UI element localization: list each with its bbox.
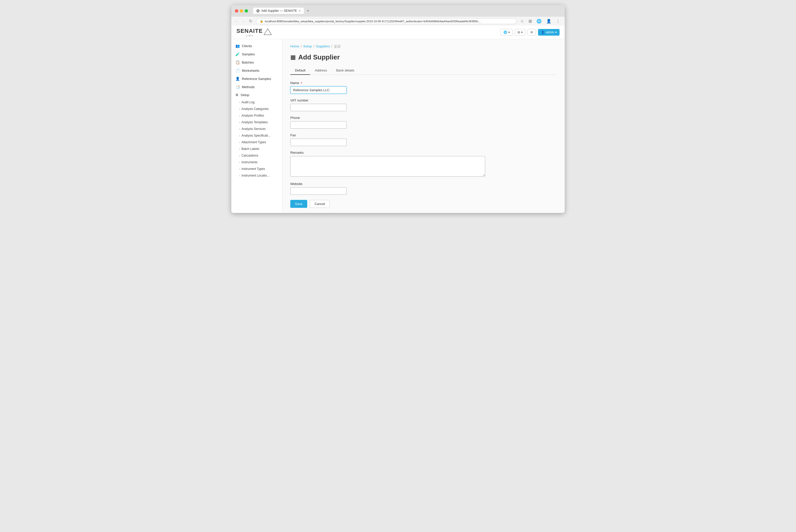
sidebar-item-analysis-services[interactable]: › Analysis Services xyxy=(231,126,282,132)
sidebar-item-instrument-types[interactable]: › Instrument Types xyxy=(231,166,282,172)
svg-marker-0 xyxy=(264,29,272,35)
sidebar-item-reference-samples[interactable]: 👤 Reference Samples xyxy=(231,75,282,83)
sidebar-item-instrument-locations[interactable]: › Instrument Locatio... xyxy=(231,172,282,179)
sidebar-item-batch-labels[interactable]: › Batch Labels xyxy=(231,146,282,152)
phone-label: Phone xyxy=(290,116,557,120)
chevron-icon: › xyxy=(239,127,240,130)
name-input[interactable] xyxy=(290,87,347,94)
maximize-traffic-light[interactable] xyxy=(245,9,248,13)
tab-bank-details[interactable]: Bank details xyxy=(332,66,359,75)
globe-icon: 🌐 xyxy=(503,31,507,34)
sidebar-item-analysis-specifications[interactable]: › Analysis Specificati... xyxy=(231,132,282,139)
chevron-icon: › xyxy=(239,107,240,111)
phone-input[interactable] xyxy=(290,121,347,129)
back-button[interactable]: ‹ xyxy=(235,18,239,24)
browser-titlebar: 🔘 Add Supplier — SENAITE ✕ + xyxy=(231,5,565,16)
breadcrumb-setup[interactable]: Setup xyxy=(303,44,312,48)
minimize-traffic-light[interactable] xyxy=(240,9,243,13)
logo-wordmark: SENAITE LIMS xyxy=(237,28,263,37)
sidebar-item-clients[interactable]: 👥 Clients xyxy=(231,42,282,50)
chevron-icon: › xyxy=(239,114,240,117)
sidebar-item-batches[interactable]: 📋 Batches xyxy=(231,58,282,66)
page-title: ▦ Add Supplier xyxy=(290,53,557,61)
tab-address[interactable]: Address xyxy=(310,66,332,75)
gear-icon: ⚙ xyxy=(530,31,533,34)
admin-chevron: ▾ xyxy=(555,31,557,34)
analysis-services-label: Analysis Services xyxy=(242,127,266,131)
sidebar-item-setup[interactable]: ⚙ Setup xyxy=(231,91,282,99)
security-icon: 🔒 xyxy=(260,19,263,23)
calculations-label: Calculations xyxy=(242,154,258,157)
bookmark-button[interactable]: ☆ xyxy=(519,18,525,24)
audit-log-label: Audit Log xyxy=(242,100,255,104)
remarks-label: Remarks xyxy=(290,151,557,154)
fax-field-group: Fax xyxy=(290,133,557,146)
sidebar-item-analysis-templates[interactable]: › Analysis Templates xyxy=(231,119,282,126)
admin-button[interactable]: 👤 admin ▾ xyxy=(538,29,559,36)
instruments-label: Instruments xyxy=(242,160,258,164)
refresh-button[interactable]: ↻ xyxy=(247,18,254,24)
batches-icon: 📋 xyxy=(236,60,240,64)
tab-bank-details-label: Bank details xyxy=(336,69,354,72)
sidebar-item-samples[interactable]: 🧪 Samples xyxy=(231,50,282,58)
phone-field-group: Phone xyxy=(290,116,557,129)
website-input[interactable] xyxy=(290,187,347,195)
save-button[interactable]: Save xyxy=(290,200,307,208)
name-required: • xyxy=(301,81,302,85)
extension-btn-2[interactable]: 🌐 xyxy=(535,18,543,24)
sidebar-item-methods[interactable]: 📑 Methods xyxy=(231,83,282,91)
clients-label: Clients xyxy=(242,44,252,48)
main-content: Home / Setup / Suppliers / […] ▦ Add Sup… xyxy=(283,39,565,213)
sidebar-submenu: › Audit Log › Analysis Categories › Anal… xyxy=(231,99,282,179)
tab-default-label: Default xyxy=(295,69,306,72)
tab-favicon: 🔘 xyxy=(256,9,260,13)
globe-button[interactable]: 🌐 ▾ xyxy=(501,29,513,36)
breadcrumb-home[interactable]: Home xyxy=(290,44,299,48)
profile-button[interactable]: 👤 xyxy=(545,18,553,24)
sidebar-item-analysis-categories[interactable]: › Analysis Categories xyxy=(231,106,282,112)
fax-input[interactable] xyxy=(290,139,347,146)
active-browser-tab[interactable]: 🔘 Add Supplier — SENAITE ✕ xyxy=(253,8,304,14)
chevron-icon: › xyxy=(239,121,240,124)
grid-icon: ⊞ xyxy=(518,31,520,34)
cancel-button[interactable]: Cancel xyxy=(310,200,330,208)
grid-chevron: ▾ xyxy=(521,31,523,34)
sidebar-item-instruments[interactable]: › Instruments xyxy=(231,159,282,166)
tab-address-label: Address xyxy=(315,69,327,72)
tab-default[interactable]: Default xyxy=(290,66,310,75)
page-title-icon: ▦ xyxy=(290,54,296,61)
logo-text: SENAITE xyxy=(237,28,263,34)
setup-icon: ⚙ xyxy=(236,93,239,97)
reference-samples-icon: 👤 xyxy=(236,77,240,81)
clients-icon: 👥 xyxy=(236,44,240,48)
name-label: Name • xyxy=(290,81,557,85)
vat-input[interactable] xyxy=(290,104,347,111)
remarks-textarea[interactable] xyxy=(290,156,485,176)
header-actions: 🌐 ▾ ⊞ ▾ ⚙ 👤 admin ▾ xyxy=(501,29,559,36)
sidebar-item-calculations[interactable]: › Calculations xyxy=(231,152,282,159)
sidebar-item-analysis-profiles[interactable]: › Analysis Profiles xyxy=(231,112,282,119)
form-actions: Save Cancel xyxy=(290,200,557,208)
samples-icon: 🧪 xyxy=(236,52,240,56)
analysis-categories-label: Analysis Categories xyxy=(242,107,269,111)
new-tab-button[interactable]: + xyxy=(306,8,311,14)
address-bar[interactable]: 🔒 localhost:8080/senaite/bika_setup/bika… xyxy=(256,18,517,24)
close-traffic-light[interactable] xyxy=(235,9,238,13)
grid-button[interactable]: ⊞ ▾ xyxy=(515,29,525,36)
tab-close-btn[interactable]: ✕ xyxy=(298,9,301,13)
chevron-icon: › xyxy=(239,161,240,164)
chevron-icon: › xyxy=(239,174,240,177)
sidebar-item-attachment-types[interactable]: › Attachment Types xyxy=(231,139,282,146)
form-tabs: Default Address Bank details xyxy=(290,66,557,75)
sidebar-item-worksheets[interactable]: 📄 Worksheets xyxy=(231,66,282,75)
menu-button[interactable]: ⋮ xyxy=(554,18,561,24)
setup-label: Setup xyxy=(241,93,249,97)
breadcrumb-suppliers[interactable]: Suppliers xyxy=(316,44,330,48)
tab-bar: 🔘 Add Supplier — SENAITE ✕ + xyxy=(253,8,561,14)
settings-button[interactable]: ⚙ xyxy=(527,29,536,36)
extension-btn-1[interactable]: ⊞ xyxy=(527,18,533,24)
forward-button[interactable]: › xyxy=(241,18,245,24)
instrument-locations-label: Instrument Locatio... xyxy=(242,174,270,177)
sidebar-item-audit-log[interactable]: › Audit Log xyxy=(231,99,282,106)
app-logo: SENAITE LIMS xyxy=(237,28,272,37)
